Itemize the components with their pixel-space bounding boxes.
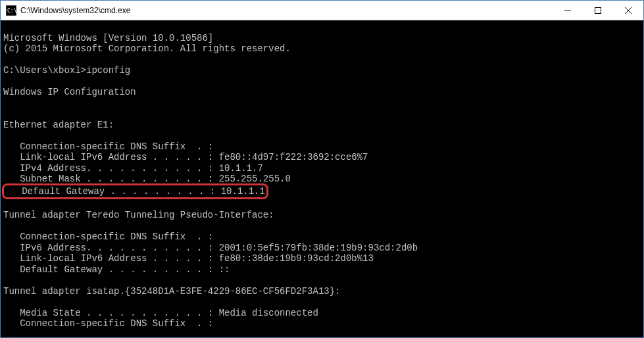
terminal-line: Media State . . . . . . . . . . . : Medi… bbox=[3, 308, 318, 318]
close-button[interactable] bbox=[613, 1, 643, 20]
window-title: C:\Windows\system32\cmd.exe bbox=[20, 6, 553, 15]
cmd-icon: C:\ bbox=[6, 5, 16, 16]
terminal-line: Connection-specific DNS Suffix . : bbox=[3, 231, 213, 242]
terminal-line: Default Gateway . . . . . . . . . : :: bbox=[3, 264, 230, 275]
minimize-button[interactable] bbox=[553, 1, 583, 20]
terminal-line: Link-local IPv6 Address . . . . . : fe80… bbox=[3, 152, 368, 162]
terminal-line: Link-local IPv6 Address . . . . . : fe80… bbox=[3, 253, 374, 264]
terminal-line: Connection-specific DNS Suffix . : bbox=[3, 141, 213, 152]
terminal-line: C:\Users\xboxl>ipconfig bbox=[3, 65, 130, 76]
titlebar[interactable]: C:\ C:\Windows\system32\cmd.exe bbox=[1, 1, 643, 20]
svg-rect-3 bbox=[595, 7, 601, 13]
cmd-window: C:\ C:\Windows\system32\cmd.exe Microsof… bbox=[0, 0, 644, 338]
terminal-line: Subnet Mask . . . . . . . . . . . : 255.… bbox=[3, 174, 291, 184]
terminal-line: (c) 2015 Microsoft Corporation. All righ… bbox=[3, 43, 291, 54]
terminal-line: IPv4 Address. . . . . . . . . . . : 10.1… bbox=[3, 163, 263, 174]
terminal-line: Windows IP Configuration bbox=[3, 87, 136, 97]
highlight-default-gateway: Default Gateway . . . . . . . . . : 10.1… bbox=[2, 183, 268, 199]
window-controls bbox=[553, 1, 643, 20]
terminal-output[interactable]: Microsoft Windows [Version 10.0.10586] (… bbox=[1, 20, 643, 337]
maximize-button[interactable] bbox=[583, 1, 613, 20]
terminal-line: Ethernet adapter E1: bbox=[3, 120, 114, 130]
terminal-line: Connection-specific DNS Suffix . : bbox=[3, 318, 213, 329]
terminal-line: IPv6 Address. . . . . . . . . . . : 2001… bbox=[3, 243, 418, 253]
terminal-line: Tunnel adapter Teredo Tunneling Pseudo-I… bbox=[3, 210, 274, 220]
svg-text:C:\: C:\ bbox=[7, 8, 16, 14]
terminal-line-highlighted: Default Gateway . . . . . . . . . : 10.1… bbox=[5, 186, 265, 197]
terminal-line: Microsoft Windows [Version 10.0.10586] bbox=[3, 33, 213, 43]
terminal-line: Tunnel adapter isatap.{35248D1A-E3FE-422… bbox=[3, 286, 340, 297]
